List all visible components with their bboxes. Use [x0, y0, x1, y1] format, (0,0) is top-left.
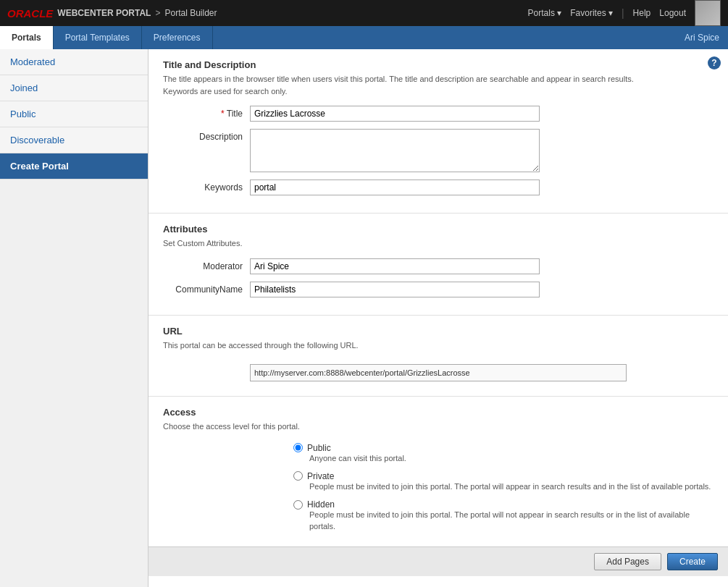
access-public-sublabel: Anyone can visit this portal. [309, 453, 714, 464]
attributes-section-heading: Attributes [163, 224, 714, 235]
favorites-nav-item[interactable]: Favorites ▾ [570, 8, 613, 18]
user-display-name: Ari Spice [685, 33, 719, 43]
access-private-sublabel: People must be invited to join this port… [309, 481, 714, 492]
access-public-text: Public [307, 443, 331, 453]
attributes-section-desc: Set Custom Attributes. [163, 237, 714, 250]
access-private-radio[interactable] [293, 471, 303, 481]
sidebar-item-joined[interactable]: Joined [0, 75, 148, 101]
community-name-input[interactable] [250, 282, 540, 297]
oracle-logo: ORACLE [7, 7, 53, 20]
tab-portal-templates[interactable]: Portal Templates [54, 26, 142, 49]
title-label: Title [163, 106, 250, 119]
header-separator: > [155, 8, 160, 18]
content-area: ? Title and Description The title appear… [148, 49, 728, 587]
attributes-section: Attributes Set Custom Attributes. Modera… [148, 214, 728, 316]
help-icon[interactable]: ? [708, 56, 721, 69]
top-header: ORACLE WEBCENTER PORTAL > Portal Builder… [0, 0, 728, 26]
portal-builder-text: Portal Builder [164, 8, 217, 18]
description-input[interactable] [250, 129, 540, 172]
url-section-heading: URL [163, 326, 714, 337]
logo-area: ORACLE WEBCENTER PORTAL > Portal Builder [7, 7, 217, 20]
moderator-label: Moderator [163, 258, 250, 271]
access-public-radio[interactable] [293, 443, 303, 452]
access-hidden-sublabel: People must be invited to join this port… [309, 510, 714, 532]
url-display: http://myserver.com:8888/webcenter/porta… [250, 364, 627, 381]
add-pages-button[interactable]: Add Pages [594, 553, 661, 570]
description-label: Description [163, 129, 250, 142]
sidebar: Moderated Joined Public Discoverable Cre… [0, 49, 148, 587]
access-option-private: Private People must be invited to join t… [293, 471, 714, 492]
sidebar-item-discoverable[interactable]: Discoverable [0, 127, 148, 153]
main-layout: Moderated Joined Public Discoverable Cre… [0, 49, 728, 587]
sidebar-item-public[interactable]: Public [0, 101, 148, 127]
access-section: Access Choose the access level for this … [148, 397, 728, 546]
access-hidden-radio[interactable] [293, 500, 303, 510]
access-section-heading: Access [163, 407, 714, 418]
sidebar-item-moderated[interactable]: Moderated [0, 49, 148, 75]
tab-portals[interactable]: Portals [0, 26, 54, 49]
keywords-field-row: Keywords [163, 180, 714, 195]
title-field-row: Title [163, 106, 714, 122]
access-section-desc: Choose the access level for this portal. [163, 421, 714, 433]
create-button[interactable]: Create [667, 553, 718, 570]
moderator-field-row: Moderator [163, 258, 714, 274]
nav-separator: | [622, 7, 624, 19]
user-avatar [695, 0, 721, 26]
url-section-desc: This portal can be accessed through the … [163, 339, 714, 352]
moderator-input[interactable] [250, 258, 540, 274]
access-option-hidden: Hidden People must be invited to join th… [293, 499, 714, 532]
url-section: URL This portal can be accessed through … [148, 316, 728, 397]
title-input[interactable] [250, 106, 540, 122]
access-radio-group: Public Anyone can visit this portal. Pri… [163, 443, 714, 533]
logout-nav-item[interactable]: Logout [659, 8, 686, 18]
access-hidden-label[interactable]: Hidden [293, 499, 714, 510]
webcenter-text: WEBCENTER PORTAL [57, 8, 151, 18]
description-field-row: Description [163, 129, 714, 172]
tab-preferences[interactable]: Preferences [142, 26, 213, 49]
access-option-public: Public Anyone can visit this portal. [293, 443, 714, 464]
sidebar-item-create-portal[interactable]: Create Portal [0, 153, 148, 180]
access-private-label[interactable]: Private [293, 471, 714, 481]
avatar-placeholder [695, 1, 720, 25]
access-private-text: Private [307, 471, 334, 481]
title-section-heading: Title and Description [163, 59, 714, 70]
portals-nav-item[interactable]: Portals ▾ [528, 8, 562, 18]
access-hidden-text: Hidden [307, 499, 335, 510]
user-info-right: Ari Spice [685, 26, 728, 49]
top-nav-right: Portals ▾ Favorites ▾ | Help Logout [528, 0, 721, 26]
tab-bar: Portals Portal Templates Preferences Ari… [0, 26, 728, 49]
title-description-section: Title and Description The title appears … [148, 49, 728, 214]
keywords-label: Keywords [163, 180, 250, 193]
title-section-desc: The title appears in the browser title w… [163, 73, 714, 97]
community-name-label: CommunityName [163, 282, 250, 295]
access-public-label[interactable]: Public [293, 443, 714, 453]
keywords-input[interactable] [250, 180, 540, 195]
bottom-bar: Add Pages Create [148, 546, 728, 576]
help-nav-item[interactable]: Help [633, 8, 651, 18]
community-name-field-row: CommunityName [163, 282, 714, 297]
